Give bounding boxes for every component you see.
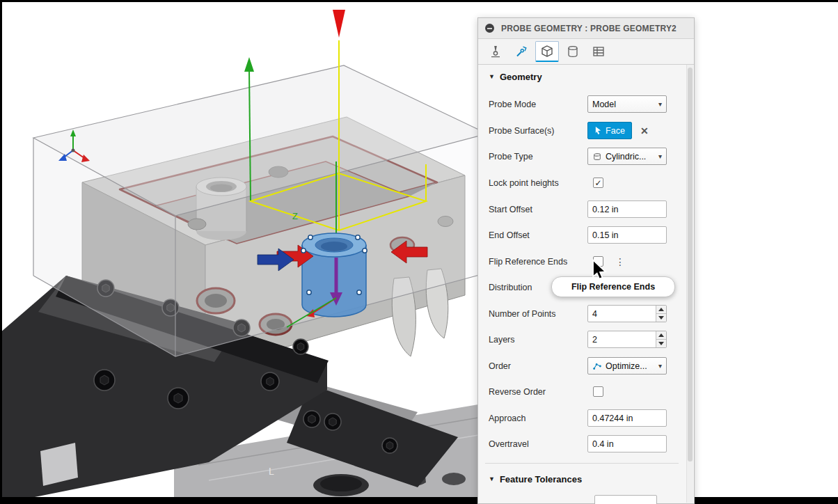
row-probe-mode: Probe Mode Model ▾ xyxy=(489,91,673,117)
row-order: Order Optimize... ▾ xyxy=(489,353,673,379)
row-flip-reference-ends: Flip Reference Ends ⋮ xyxy=(489,249,673,274)
probe-target-cylinder[interactable] xyxy=(302,233,366,317)
stock-bounding-box xyxy=(33,65,487,356)
section-header-geometry[interactable]: ▼ Geometry xyxy=(489,66,673,87)
scrollbar-thumb[interactable] xyxy=(688,68,693,462)
approach-input[interactable] xyxy=(587,409,667,427)
geometry-icon xyxy=(540,45,554,58)
chevron-down-icon: ▾ xyxy=(658,152,662,160)
row-reverse-order: Reverse Order xyxy=(489,379,673,404)
probe-geometry-dialog: PROBE GEOMETRY : PROBE GEOMETRY2 xyxy=(477,17,695,504)
linking-table-icon xyxy=(592,45,606,58)
lock-point-heights-label: Lock point heights xyxy=(489,178,587,188)
spin-down-button[interactable] xyxy=(656,314,666,322)
spin-up-button[interactable] xyxy=(656,306,666,314)
row-overtravel: Overtravel xyxy=(489,431,673,457)
viewport-3d-scene[interactable]: L Z xyxy=(0,0,838,504)
section-divider xyxy=(485,463,679,464)
probe-mode-label: Probe Mode xyxy=(489,100,587,109)
probe-type-dropdown[interactable]: Cylindric... ▾ xyxy=(587,148,667,165)
probe-motion-icon xyxy=(514,45,528,58)
flip-reference-ends-label: Flip Reference Ends xyxy=(489,257,587,267)
probe-surfaces-label: Probe Surface(s) xyxy=(489,126,587,136)
heights-cylinder-icon xyxy=(566,45,580,58)
tab-linking[interactable] xyxy=(587,41,610,62)
section-label: Feature Tolerances xyxy=(500,474,582,485)
section-label: Geometry xyxy=(500,72,542,82)
optimize-path-icon xyxy=(592,361,602,371)
viewport-3d[interactable]: L Z xyxy=(0,0,838,504)
row-number-of-points: Number of Points xyxy=(489,301,673,326)
layers-label: Layers xyxy=(489,335,587,345)
chevron-down-icon: ▾ xyxy=(658,100,662,108)
tab-geometry[interactable] xyxy=(535,41,559,62)
reverse-order-checkbox[interactable] xyxy=(593,386,603,397)
end-offset-input[interactable] xyxy=(587,226,667,244)
fusion-app-window: L Z xyxy=(0,0,838,504)
layers-input[interactable] xyxy=(587,331,667,348)
spin-down-button[interactable] xyxy=(656,340,666,347)
overflow-menu-icon[interactable]: ⋮ xyxy=(615,257,625,267)
dialog-grip-icon[interactable] xyxy=(485,24,494,33)
clear-selection-icon[interactable]: ✕ xyxy=(640,126,649,136)
probe-mode-dropdown[interactable]: Model ▾ xyxy=(587,95,667,113)
row-probe-surfaces: Probe Surface(s) Face ✕ xyxy=(489,118,673,143)
screen-border-bottom xyxy=(0,497,838,504)
select-cursor-icon xyxy=(594,126,602,135)
number-of-points-label: Number of Points xyxy=(489,309,587,319)
section-header-feature-tolerances[interactable]: ▼ Feature Tolerances xyxy=(489,468,673,489)
green-axis-arrow xyxy=(244,57,254,72)
approach-label: Approach xyxy=(489,414,587,423)
dialog-scrollbar[interactable] xyxy=(686,65,693,503)
tab-probe-tip[interactable] xyxy=(484,41,507,62)
row-lock-point-heights: Lock point heights ✓ xyxy=(489,170,673,196)
tab-heights[interactable] xyxy=(561,41,585,62)
spin-up-button[interactable] xyxy=(656,331,666,340)
number-of-points-input[interactable] xyxy=(587,305,667,322)
collapse-triangle-icon: ▼ xyxy=(489,475,495,482)
overtravel-input[interactable] xyxy=(587,435,667,452)
flip-reference-ends-checkbox[interactable] xyxy=(593,256,603,267)
tooltip: Flip Reference Ends xyxy=(551,276,675,297)
row-approach: Approach xyxy=(489,405,673,431)
screen-border-left xyxy=(0,0,2,504)
lock-point-heights-checkbox[interactable]: ✓ xyxy=(593,178,603,188)
collapse-triangle-icon: ▼ xyxy=(489,73,495,80)
chevron-down-icon: ▾ xyxy=(658,362,662,370)
probe-tip-icon xyxy=(489,45,503,58)
partial-field[interactable] xyxy=(594,495,657,504)
order-dropdown[interactable]: Optimize... ▾ xyxy=(587,357,667,375)
vise-letter-label: L xyxy=(269,466,274,477)
cylindrical-boss-icon xyxy=(592,152,602,162)
dialog-tab-strip xyxy=(478,39,694,65)
red-axis-arrow xyxy=(333,10,345,38)
z-axis-label: Z xyxy=(292,211,298,221)
tab-probe-motion[interactable] xyxy=(509,41,533,62)
row-end-offset: End Offset xyxy=(489,222,673,248)
end-offset-label: End Offset xyxy=(489,230,587,240)
dialog-title: PROBE GEOMETRY : PROBE GEOMETRY2 xyxy=(501,24,677,33)
order-label: Order xyxy=(489,361,587,371)
dialog-titlebar[interactable]: PROBE GEOMETRY : PROBE GEOMETRY2 xyxy=(478,18,694,39)
row-probe-type: Probe Type Cylindric... ▾ xyxy=(489,143,673,169)
start-offset-input[interactable] xyxy=(587,200,667,218)
screen-border-top xyxy=(0,0,838,2)
face-selection-button[interactable]: Face xyxy=(587,122,632,139)
reverse-order-label: Reverse Order xyxy=(489,387,587,397)
checkmark-icon: ✓ xyxy=(594,178,601,188)
overtravel-label: Overtravel xyxy=(489,439,587,449)
start-offset-label: Start Offset xyxy=(489,205,587,214)
row-start-offset: Start Offset xyxy=(489,196,673,222)
probe-type-label: Probe Type xyxy=(489,152,587,162)
row-layers: Layers xyxy=(489,326,673,352)
